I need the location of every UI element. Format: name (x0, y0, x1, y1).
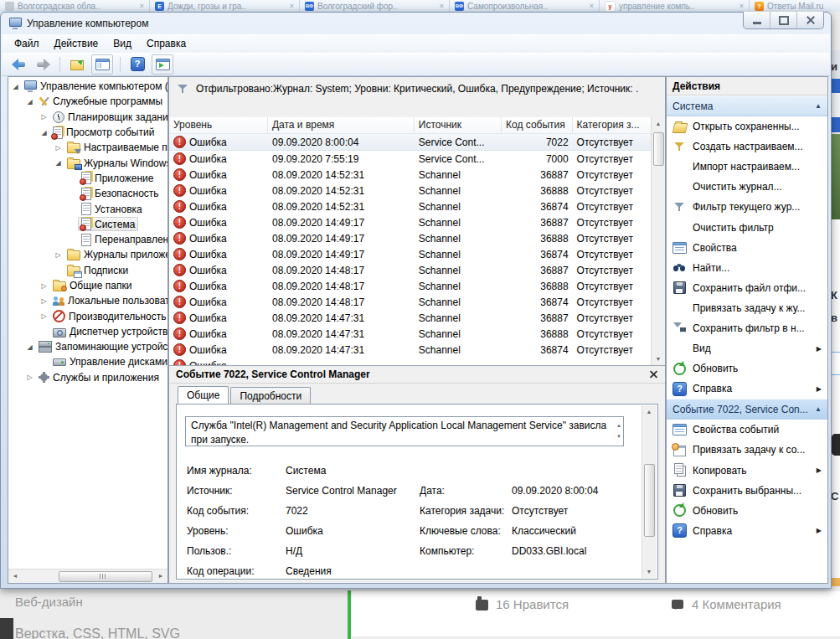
event-row[interactable]: Ошибка08.09.2020 14:48:17Schannel36887От… (169, 262, 652, 278)
action-item[interactable]: Обновить (667, 358, 827, 379)
detail-scrollbar[interactable]: ▲ ▼ (642, 405, 657, 578)
export-list-button[interactable] (67, 55, 87, 74)
action-item[interactable]: Копировать▶ (667, 461, 827, 481)
action-section-header[interactable]: Событие 7022, Service Con...▲ (667, 399, 827, 420)
tree-horizontal-scrollbar[interactable]: ◄ ► (8, 569, 167, 583)
expanded-arrow-icon[interactable]: ◢ (53, 159, 64, 167)
action-item[interactable]: Очистить журнал... (667, 177, 827, 197)
expanded-arrow-icon[interactable]: ◢ (10, 83, 21, 90)
forward-button[interactable] (33, 55, 53, 74)
column-header[interactable]: Уровень (169, 117, 268, 133)
event-row[interactable]: Ошибка08.09.2020 14:49:17Schannel36887От… (169, 214, 652, 230)
event-row[interactable]: Ошибка08.09.2020 14:48:17Schannel36874От… (169, 294, 652, 310)
collapsed-arrow-icon[interactable]: ▷ (53, 144, 64, 152)
expanded-arrow-icon[interactable]: ◢ (24, 343, 35, 351)
event-list-scrollbar[interactable]: ▲ ▼ (651, 117, 665, 365)
tree-item[interactable]: Диспетчер устройств (8, 324, 167, 339)
action-item[interactable]: Привязать задачу к со... (667, 440, 827, 460)
event-row[interactable]: Ошибка08.09.2020 14:52:31Schannel36888От… (169, 183, 652, 198)
action-section-header[interactable]: Система▲ (667, 95, 827, 116)
detail-close-icon[interactable] (649, 370, 658, 379)
event-row[interactable]: Ошибка08.09.2020 14:47:31Schannel36887От… (169, 310, 652, 326)
event-list-scrollbar-thumb[interactable] (653, 132, 664, 166)
tree-item[interactable]: ▷Настраиваемые пр (8, 140, 167, 155)
column-header[interactable]: Категория з... (573, 117, 652, 133)
browser-tab[interactable]: ВФСамопроизвольная..× (450, 0, 600, 12)
tree-item[interactable]: ▷Службы и приложения (8, 370, 167, 385)
menu-item[interactable]: Справка (139, 35, 193, 52)
tab-close-icon[interactable]: × (740, 2, 744, 10)
browser-tab[interactable]: ?Ответы Mail.ru (750, 0, 840, 12)
browser-tab[interactable]: Волгоградская обла..× (0, 0, 150, 12)
event-row[interactable]: Ошибка08.09.2020 14:52:31Schannel36887От… (169, 167, 652, 183)
menu-item[interactable]: Вид (106, 35, 139, 52)
collapse-arrow-icon[interactable]: ▲ (815, 102, 822, 110)
action-item[interactable]: Открыть сохраненны... (667, 116, 827, 137)
tree-item[interactable]: ▷Общие папки (8, 278, 167, 293)
collapsed-arrow-icon[interactable]: ▷ (39, 113, 49, 121)
action-item[interactable]: Справка▶ (667, 379, 827, 399)
help-button[interactable] (127, 55, 147, 74)
column-header[interactable]: Источник (415, 117, 502, 133)
event-row[interactable]: Ошибка08.09.2020 14:47:31Schannel36888От… (169, 326, 652, 342)
action-item[interactable]: Привязать задачу к жу... (667, 298, 827, 318)
tab-close-icon[interactable]: × (440, 2, 444, 10)
menu-item[interactable]: Файл (7, 35, 47, 52)
action-item[interactable]: Сохранить фильтр в н... (667, 318, 827, 338)
browser-tab[interactable]: ууправление компь..× (600, 0, 750, 12)
scroll-up-icon[interactable]: ▲ (652, 117, 665, 130)
tree-item[interactable]: ◢Запоминающие устройст (8, 339, 167, 354)
expanded-arrow-icon[interactable]: ◢ (24, 98, 35, 106)
action-item[interactable]: Создать настраиваем... (667, 137, 827, 157)
event-row[interactable]: Ошибка (169, 358, 652, 365)
tree-item[interactable]: ▷Производительность (8, 308, 167, 323)
tab-Подробности[interactable]: Подробности (230, 387, 311, 405)
tab-close-icon[interactable]: × (590, 2, 594, 10)
action-item[interactable]: Очистить фильтр (667, 217, 827, 237)
collapsed-arrow-icon[interactable]: ▷ (24, 374, 35, 381)
action-item[interactable]: Сохранить выбранны... (667, 481, 827, 501)
tree-item[interactable]: Установка (8, 201, 167, 216)
action-item[interactable]: Импорт настраиваем... (667, 157, 827, 177)
action-item[interactable]: Найти... (667, 258, 827, 278)
tree-item[interactable]: ▷Планировщик заданий (8, 110, 167, 125)
scroll-up-icon[interactable]: ▲ (642, 405, 656, 418)
column-header[interactable]: Код события (502, 117, 573, 133)
collapsed-arrow-icon[interactable]: ▷ (53, 251, 64, 259)
tree-item[interactable]: Подписки (8, 263, 167, 278)
minimize-button[interactable] (744, 12, 770, 28)
tree-item[interactable]: ◢Журналы Windows (8, 155, 167, 170)
action-item[interactable]: Вид▶ (667, 338, 827, 358)
tree-item[interactable]: Управление дисками (8, 354, 167, 369)
action-item[interactable]: Сохранить файл отфи... (667, 278, 827, 298)
tree-item[interactable]: ◢Просмотр событий (8, 125, 167, 140)
collapsed-arrow-icon[interactable]: ▷ (39, 297, 49, 305)
desc-scroll-down-icon[interactable]: ▼ (616, 430, 621, 444)
tab-close-icon[interactable]: × (290, 2, 294, 10)
event-row[interactable]: Ошибка08.09.2020 14:49:17Schannel36874От… (169, 246, 652, 262)
scroll-down-icon[interactable]: ▼ (652, 353, 665, 365)
back-button[interactable] (8, 55, 28, 74)
tree-item[interactable]: Безопасность (8, 186, 167, 201)
event-description-box[interactable]: Служба "Intel(R) Management and Security… (185, 416, 624, 446)
event-row[interactable]: Ошибка08.09.2020 14:52:31Schannel36874От… (169, 198, 652, 214)
tree-item[interactable]: Перенаправлен (8, 232, 167, 247)
window-titlebar[interactable]: Управление компьютером (1, 13, 831, 34)
collapse-arrow-icon[interactable]: ▲ (815, 405, 822, 413)
event-row[interactable]: Ошибка09.09.2020 8:00:04Service Cont...7… (169, 133, 652, 151)
show-console-tree-button[interactable] (91, 54, 113, 75)
tree-item[interactable]: ◢Служебные программы (8, 94, 167, 109)
column-header[interactable]: Дата и время (268, 117, 415, 133)
detail-scrollbar-thumb[interactable] (644, 464, 655, 537)
action-item[interactable]: Свойства (667, 238, 827, 258)
action-item[interactable]: Свойства событий (667, 420, 827, 440)
collapsed-arrow-icon[interactable]: ▷ (39, 282, 49, 290)
scroll-right-icon[interactable]: ► (154, 569, 167, 582)
show-action-pane-button[interactable] (152, 54, 173, 75)
browser-tab[interactable]: ВФВолгоградский фор..× (300, 0, 450, 12)
event-row[interactable]: Ошибка08.09.2020 14:49:17Schannel36888От… (169, 230, 652, 246)
expanded-arrow-icon[interactable]: ◢ (39, 129, 49, 137)
action-item[interactable]: Справка▶ (667, 521, 827, 541)
scroll-left-icon[interactable]: ◄ (8, 569, 22, 582)
tree-item[interactable]: ▷Журналы приложе (8, 247, 167, 262)
